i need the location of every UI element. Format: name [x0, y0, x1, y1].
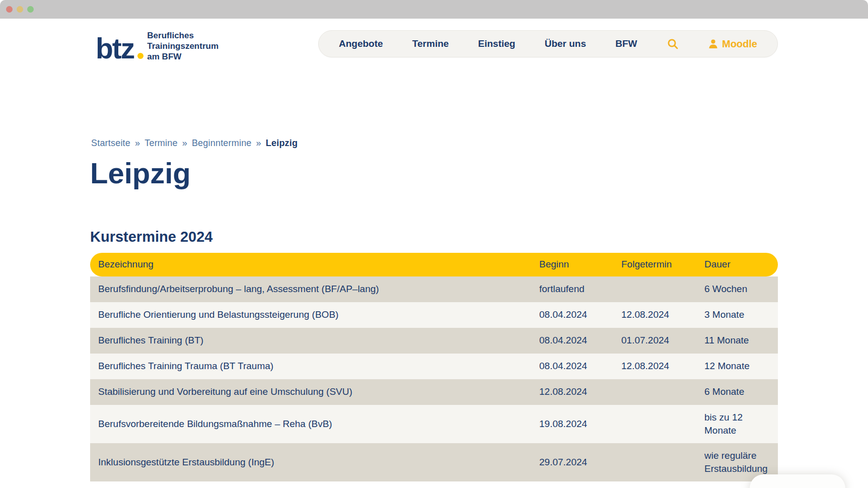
breadcrumb-current: Leipzig [266, 138, 298, 149]
breadcrumb-separator-icon: » [256, 138, 261, 149]
moodle-label: Moodle [722, 38, 757, 50]
moodle-link[interactable]: Moodle [708, 38, 757, 50]
cell-dauer: 6 Monate [704, 385, 778, 398]
window-close-button[interactable] [6, 6, 13, 13]
nav-item-bfw[interactable]: BFW [615, 38, 637, 49]
table-row: Berufsvorbereitende Bildungsmaßnahme – R… [90, 405, 778, 443]
cell-folgetermin: 01.07.2024 [621, 334, 704, 347]
column-header-beginn: Beginn [539, 258, 621, 271]
main-navigation: Angebote Termine Einstieg Über uns BFW M… [318, 30, 778, 57]
search-icon[interactable] [667, 38, 679, 50]
site-header: btz Berufliches Trainingszentrum am BFW … [90, 30, 778, 62]
page-title: Leipzig [90, 159, 778, 188]
cell-dauer: 3 Monate [704, 308, 778, 321]
cell-dauer: 12 Monate [704, 360, 778, 373]
cell-dauer: 6 Wochen [704, 283, 778, 296]
column-header-dauer: Dauer [704, 258, 778, 271]
cell-beginn: 08.04.2024 [539, 334, 621, 347]
cell-bezeichnung: Berufliche Orientierung und Belastungsst… [90, 308, 539, 321]
window-minimize-button[interactable] [17, 6, 23, 13]
cell-bezeichnung: Berufliches Training (BT) [90, 334, 539, 347]
cell-bezeichnung: Berufsfindung/Arbeitserprobung – lang, A… [90, 283, 539, 296]
brand-logo-text: btz [96, 37, 134, 60]
table-row: Berufliches Training Trauma (BT Trauma) … [90, 354, 778, 379]
main-content: Startseite » Termine » Beginntermine » L… [90, 138, 778, 481]
course-table: Bezeichnung Beginn Folgetermin Dauer Ber… [90, 253, 778, 481]
floating-widget-shadow [750, 474, 845, 488]
cell-beginn: fortlaufend [539, 283, 621, 296]
cell-bezeichnung: Stabilisierung und Vorbereitung auf eine… [90, 385, 539, 398]
brand-tagline-line1: Berufliches [147, 31, 194, 40]
table-row: Berufliches Training (BT) 08.04.2024 01.… [90, 328, 778, 354]
nav-item-einstieg[interactable]: Einstieg [478, 38, 516, 49]
cell-folgetermin: 12.08.2024 [621, 360, 704, 373]
table-header-row: Bezeichnung Beginn Folgetermin Dauer [90, 253, 778, 276]
cell-bezeichnung: Berufsvorbereitende Bildungsmaßnahme – R… [90, 417, 539, 431]
cell-dauer: wie reguläre Erstausbildung [704, 449, 778, 475]
brand-dot-icon [137, 53, 143, 59]
nav-item-ueber-uns[interactable]: Über uns [545, 38, 586, 49]
cell-beginn: 12.08.2024 [539, 385, 621, 398]
brand-tagline-line3: am BFW [147, 52, 181, 61]
column-header-folgetermin: Folgetermin [621, 258, 704, 271]
table-body: Berufsfindung/Arbeitserprobung – lang, A… [90, 276, 778, 481]
cell-dauer: 11 Monate [704, 334, 778, 347]
cell-bezeichnung: Inklusionsgestützte Erstausbildung (IngE… [90, 456, 539, 469]
breadcrumb-startseite[interactable]: Startseite [91, 138, 130, 149]
cell-folgetermin: 12.08.2024 [621, 308, 704, 321]
column-header-bezeichnung: Bezeichnung [90, 258, 539, 271]
table-row: Berufsfindung/Arbeitserprobung – lang, A… [90, 276, 778, 302]
table-row: Stabilisierung und Vorbereitung auf eine… [90, 379, 778, 405]
window-maximize-button[interactable] [27, 6, 34, 13]
breadcrumb-termine[interactable]: Termine [144, 138, 177, 149]
brand-tagline-line2: Trainingszentrum [147, 41, 219, 51]
cell-beginn: 08.04.2024 [539, 360, 621, 373]
brand-logo[interactable]: btz Berufliches Trainingszentrum am BFW [90, 30, 219, 60]
breadcrumb: Startseite » Termine » Beginntermine » L… [90, 138, 778, 149]
nav-item-angebote[interactable]: Angebote [339, 38, 383, 49]
person-icon [708, 39, 718, 49]
table-row: Berufliche Orientierung und Belastungsst… [90, 302, 778, 328]
table-row: Inklusionsgestützte Erstausbildung (IngE… [90, 443, 778, 481]
section-title: Kurstermine 2024 [90, 228, 778, 246]
cell-dauer: bis zu 12 Monate [704, 411, 778, 437]
window-titlebar [0, 0, 868, 19]
breadcrumb-separator-icon: » [182, 138, 187, 149]
cell-bezeichnung: Berufliches Training Trauma (BT Trauma) [90, 360, 539, 373]
nav-item-termine[interactable]: Termine [412, 38, 449, 49]
cell-beginn: 29.07.2024 [539, 456, 621, 469]
breadcrumb-separator-icon: » [135, 138, 140, 149]
cell-beginn: 19.08.2024 [539, 417, 621, 431]
cell-beginn: 08.04.2024 [539, 308, 621, 321]
brand-tagline: Berufliches Trainingszentrum am BFW [147, 30, 219, 62]
breadcrumb-beginntermine[interactable]: Beginntermine [192, 138, 252, 149]
